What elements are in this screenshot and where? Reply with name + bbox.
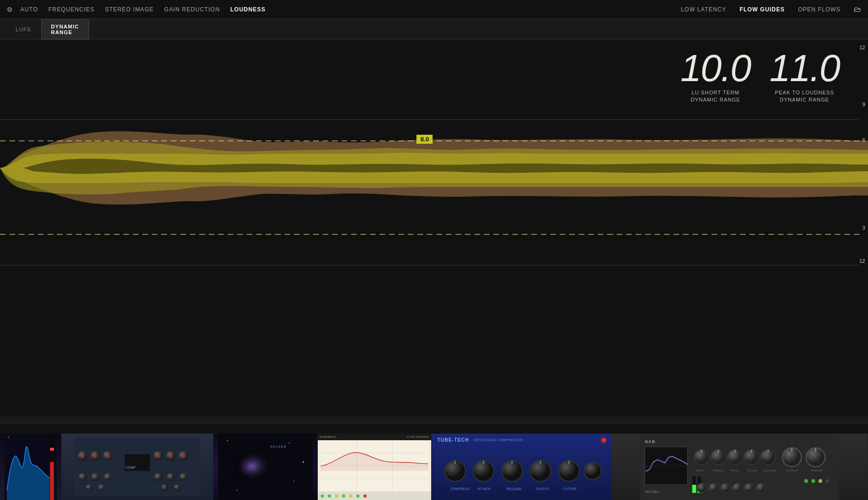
svg-text:RATIO: RATIO [730,469,739,472]
plugin-spectrum-analyzer[interactable]: ▼ [0,434,62,500]
plugin-multiband-compressor[interactable]: COMP [62,434,213,500]
main-display-area: 8.0 12 9 6 3 12 10.0 LU SHORT TERM DYNAM… [0,40,868,296]
plugin-reverb[interactable]: REVERB [213,434,318,500]
svg-point-99 [733,483,742,493]
waveform-inner [0,142,868,194]
tube-tech-led [602,438,606,442]
svg-point-92 [804,479,808,483]
y-scale-6: 6 [862,137,865,143]
stats-overlay: 10.0 LU SHORT TERM DYNAMIC RANGE 11.0 PE… [681,49,840,104]
y-scale-lower: 3 [862,225,865,231]
indicator-green3 [342,494,345,498]
svg-point-96 [697,483,707,493]
nav-right-section: LOW LATENCY FLOW GUIDES OPEN FLOWS 🗁 [681,5,861,14]
short-term-stat: 10.0 LU SHORT TERM DYNAMIC RANGE [681,49,751,104]
svg-point-93 [812,479,815,483]
svg-point-12 [82,455,84,457]
svg-text:RELEASE: RELEASE [764,469,777,472]
empty-area [0,296,868,417]
top-navigation: ⚙ AUTO FREQUENCIES STEREO IMAGE GAIN RED… [0,0,868,19]
indicator-green4 [356,494,360,498]
svg-point-20 [182,455,185,457]
svg-point-13 [94,455,96,457]
svg-text:▼: ▼ [7,435,10,439]
short-term-value: 10.0 [681,49,751,87]
svg-point-25 [167,473,175,481]
svg-point-36 [303,462,304,463]
svg-text:INPUT: INPUT [696,469,705,472]
svg-text:CUTOFF: CUTOFF [563,487,577,491]
nav-open-flows[interactable]: OPEN FLOWS [798,6,840,13]
nav-frequencies[interactable]: FREQUENCIES [48,6,94,13]
svg-text:OUTPUT: OUTPUT [536,487,550,491]
svg-text:COMP: COMP [126,466,136,470]
peak-to-loudness-stat: 11.0 PEAK TO LOUDNESS DYNAMIC RANGE [769,49,840,104]
peak-to-loudness-label: PEAK TO LOUDNESS DYNAMIC RANGE [769,89,840,104]
svg-point-95 [826,479,830,483]
nav-low-latency[interactable]: LOW LATENCY [681,6,726,13]
svg-text:NAB: NAB [645,439,656,444]
svg-point-97 [709,483,719,493]
svg-point-100 [745,483,754,493]
svg-point-56 [584,463,601,480]
svg-point-22 [91,473,100,481]
svg-text:RELEASE: RELEASE [507,487,522,491]
svg-point-14 [107,455,109,457]
svg-text:COMPRESS: COMPRESS [451,487,470,491]
svg-text:MAKEUP: MAKEUP [811,469,823,472]
svg-point-19 [170,455,172,457]
tab-lufs[interactable]: LUFS [6,22,41,37]
svg-point-35 [289,443,290,444]
svg-text:OUTPUT: OUTPUT [786,469,798,472]
indicator-yellow [335,494,338,498]
svg-rect-89 [693,485,696,493]
peak-to-loudness-value: 11.0 [769,49,840,87]
svg-text:ATTACK: ATTACK [747,469,758,472]
svg-point-37 [294,481,295,481]
dynamic-range-value-badge: 8.0 [416,135,433,144]
svg-point-38 [237,490,238,491]
tab-dynamic-range[interactable]: DYNAMICRANGE [41,19,89,39]
indicator-red [363,494,367,498]
svg-point-101 [757,483,766,493]
nav-stereo-image[interactable]: STEREO IMAGE [105,6,154,13]
svg-point-26 [179,473,188,481]
plugin-1-display: ▼ [0,434,61,500]
y-scale-9: 9 [862,102,865,107]
svg-text:ATTACK: ATTACK [478,487,491,491]
svg-text:THRESH: THRESH [712,469,724,472]
svg-point-30 [174,484,181,491]
svg-point-27 [86,484,92,491]
plugin-bar: ▼ COMP [0,424,868,500]
svg-point-21 [79,473,87,481]
y-scale-bottom: 12 [859,258,865,264]
plugin-tube-tech[interactable]: TUBE-TECH INTERSTAGE COMPRESSOR [432,434,612,500]
svg-point-24 [154,473,163,481]
short-term-label: LU SHORT TERM DYNAMIC RANGE [681,89,751,104]
svg-rect-4 [50,448,54,451]
y-scale-top: 12 [859,45,865,50]
svg-point-98 [721,483,730,493]
plugin-eq-dynamics[interactable]: DYNAMICS KYLIE TRAINING [318,434,432,500]
tab-bar: LUFS DYNAMICRANGE [0,19,868,40]
nav-flow-guides[interactable]: FLOW GUIDES [739,6,785,13]
nav-gain-reduction[interactable]: GAIN REDUCTION [164,6,220,13]
settings-icon[interactable]: ⚙ [7,6,13,13]
nav-loudness[interactable]: LOUDNESS [231,6,266,13]
svg-point-33 [235,449,273,482]
svg-point-34 [227,440,228,441]
svg-text:D01-MK3: D01-MK3 [645,490,659,493]
indicator-yellow2 [349,494,352,498]
nav-items: AUTO FREQUENCIES STEREO IMAGE GAIN REDUC… [20,6,681,13]
svg-point-18 [157,455,159,457]
nav-auto[interactable]: AUTO [20,6,38,13]
svg-text:REVERB: REVERB [270,445,287,448]
svg-point-94 [819,479,822,483]
svg-point-23 [104,473,112,481]
svg-point-28 [98,484,105,491]
indicator-green [321,494,324,498]
plugin-rack-unit[interactable]: NAB [612,434,868,500]
svg-point-29 [161,484,168,491]
folder-icon[interactable]: 🗁 [854,5,861,14]
svg-rect-3 [50,462,54,500]
